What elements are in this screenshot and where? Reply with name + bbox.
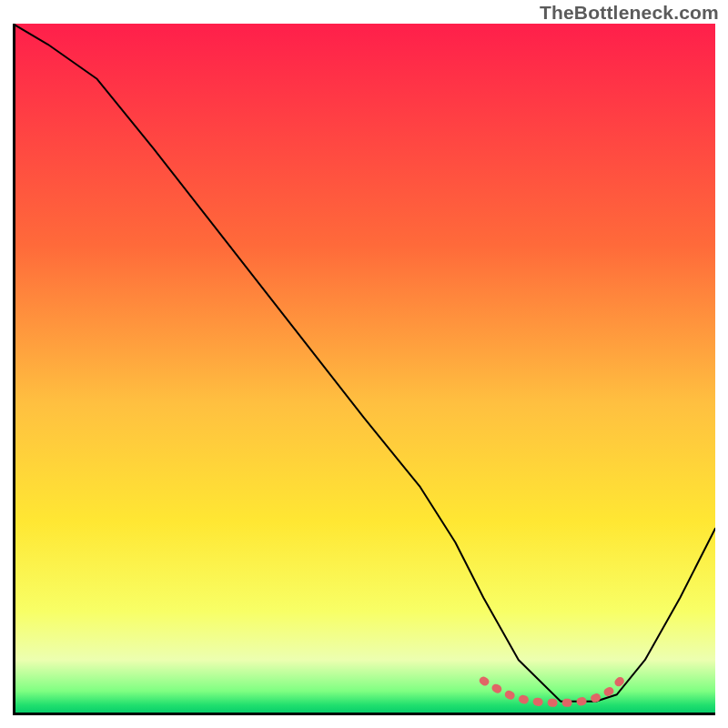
watermark-text: TheBottleneck.com bbox=[540, 2, 719, 24]
chart-plot bbox=[13, 24, 715, 715]
chart-container: TheBottleneck.com bbox=[0, 0, 728, 728]
bottleneck-curve bbox=[13, 24, 715, 702]
